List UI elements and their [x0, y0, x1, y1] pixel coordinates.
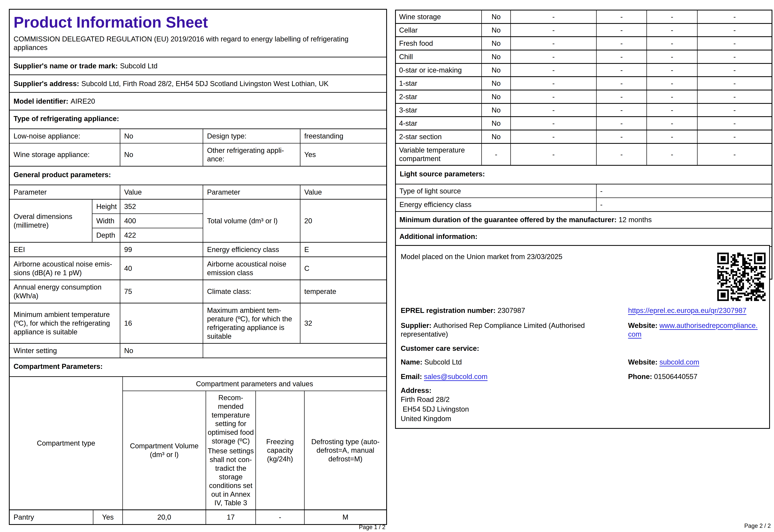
general-parameter-row: Airborne acoustical noise emis­sions (dB…	[10, 256, 386, 280]
column-header: Parameter	[10, 185, 120, 199]
compartment-row: Wine storage No - - - -	[396, 10, 772, 23]
column-header: Parameter	[203, 185, 300, 199]
column-header: Recom­mended tempera­ture setting for op…	[206, 391, 255, 509]
table-cell: 0-star or ice-making	[396, 63, 481, 76]
table-cell: No	[481, 116, 510, 130]
type-of-appliance-section-heading: Type of refrigerating appliance:	[10, 110, 386, 128]
table-cell: -	[596, 143, 646, 165]
address-line: United Kingdom	[401, 414, 764, 423]
table-cell: -	[697, 23, 772, 36]
table-cell: -	[510, 50, 596, 63]
placed-on-market-text: Model placed on the Union market from 23…	[401, 252, 764, 261]
table-cell: -	[697, 90, 772, 103]
table-cell: -	[646, 90, 697, 103]
table-cell: -	[697, 50, 772, 63]
table-cell: No	[481, 63, 510, 76]
column-header: Compartment type	[10, 376, 122, 509]
table-cell: 3-star	[396, 103, 481, 116]
compartment-row: Cellar No - - - -	[396, 23, 772, 36]
table-cell: C	[300, 257, 386, 280]
table-cell: -	[510, 130, 596, 143]
name-value: Subcold Ltd	[424, 358, 462, 366]
eprel-link[interactable]: https://eprel.ec.europa.eu/qr/2307987	[628, 306, 746, 314]
table-cell: -	[596, 130, 646, 143]
additional-information-label: Additional information:	[399, 232, 477, 240]
model-identifier-value: AIRE20	[71, 97, 95, 105]
compartment-row: Fresh food No - - - -	[396, 36, 772, 50]
table-cell: 2-star	[396, 90, 481, 103]
table-cell: No	[481, 76, 510, 90]
compartment-row: 4-star No - - - -	[396, 116, 772, 130]
table-cell: -	[697, 63, 772, 76]
table-cell: Fresh food	[396, 36, 481, 50]
column-header: Freezing capacity (kg/24h)	[255, 391, 304, 509]
address-label: Address:	[401, 386, 432, 394]
table-cell: No	[481, 130, 510, 143]
product-information-sheet-page-1: Product Information Sheet COMMISSION DEL…	[9, 9, 387, 525]
table-cell: -	[596, 10, 646, 23]
table-cell: -	[697, 116, 772, 130]
table-cell: Wine storage appliance:	[10, 143, 120, 166]
table-cell: -	[510, 116, 596, 130]
care-website-link[interactable]: subcold.com	[660, 358, 699, 366]
table-cell: Other refrigerating appli­ance:	[203, 143, 300, 166]
table-cell: -	[646, 116, 697, 130]
page-2-number: Page 2 / 2	[395, 522, 771, 529]
table-cell: No	[120, 344, 203, 358]
compartment-row: 3-star No - - - -	[396, 103, 772, 116]
table-cell: Height	[92, 200, 120, 213]
email-label: Email:	[401, 373, 422, 380]
table-cell: -	[596, 23, 646, 36]
table-cell: No	[481, 50, 510, 63]
page-1-number: Page 1 / 2	[9, 524, 385, 531]
appliance-type-table: Low-noise appliance: No Design type: fre…	[10, 128, 386, 166]
table-cell: Yes	[93, 510, 122, 524]
supplier-address-value: Subcold Ltd, Firth Road 28/2, EH54 5DJ S…	[81, 80, 329, 88]
table-cell: 2-star section	[396, 130, 481, 143]
table-cell: Design type:	[203, 129, 300, 143]
table-cell-empty	[203, 344, 386, 358]
general-parameter-row: EEI 99 Energy efficiency class E	[10, 242, 386, 256]
guarantee-label: Minimum duration of the guarantee offere…	[399, 216, 617, 224]
compartment-row: 0-star or ice-making No - - - -	[396, 63, 772, 76]
table-cell: Depth	[92, 228, 120, 242]
address-line: Firth Road 28/2	[401, 395, 764, 404]
table-cell: Cellar	[396, 23, 481, 36]
supplier-row: Supplier:Authorised Rep Compliance Limit…	[401, 321, 764, 338]
table-cell: Low-noise appliance:	[10, 129, 120, 143]
table-cell: -	[646, 36, 697, 50]
table-cell: 40	[120, 257, 203, 280]
general-parameters-section-heading: General product parameters:	[10, 166, 386, 185]
table-cell: -	[596, 90, 646, 103]
table-cell: Total volume (dm³ or l)	[203, 200, 300, 242]
table-cell: -	[596, 198, 772, 211]
care-email: Email:sales@subcold.com	[401, 372, 625, 381]
address-block: Address: Firth Road 28/2 EH54 5DJ Living…	[401, 386, 764, 424]
email-link[interactable]: sales@subcold.com	[424, 373, 487, 380]
temp-setting-header-line2: These set­tings shall not con­tradict th…	[207, 447, 254, 507]
table-cell: Wine storage	[396, 10, 481, 23]
table-cell: 352	[120, 200, 203, 213]
qr-code	[717, 253, 766, 301]
table-cell: 17	[206, 510, 255, 524]
eprel-row: EPREL registration number:2307987 https:…	[401, 306, 764, 315]
eprel-value: 2307987	[497, 306, 525, 314]
product-information-sheet-page-2: Wine storage No - - - - Cellar No - - - …	[395, 10, 772, 280]
care-name-row: Name:Subcold Ltd Website:subcold.com	[401, 358, 764, 366]
table-cell: -	[697, 36, 772, 50]
table-cell: Width	[92, 213, 120, 228]
table-cell: Overal dimensions (millimetre)	[10, 200, 92, 242]
compartment-data-row: Pantry Yes 20,0 17 - M	[10, 509, 386, 524]
supplier-name-value: Subcold Ltd	[120, 62, 157, 70]
email-phone-row: Email:sales@subcold.com Phone:0150644055…	[401, 372, 764, 381]
table-cell: -	[646, 10, 697, 23]
supplier-name-row: Supplier's name or trade mark:Subcold Lt…	[10, 57, 386, 74]
table-cell: No	[481, 90, 510, 103]
table-cell: 16	[120, 303, 203, 343]
table-cell: 75	[120, 280, 203, 303]
table-cell: No	[481, 23, 510, 36]
compartment-parameters-section-heading: Compartment Parameters:	[10, 358, 386, 376]
table-cell: -	[481, 143, 510, 165]
table-cell: Type of light source	[396, 184, 596, 198]
table-cell: -	[646, 63, 697, 76]
